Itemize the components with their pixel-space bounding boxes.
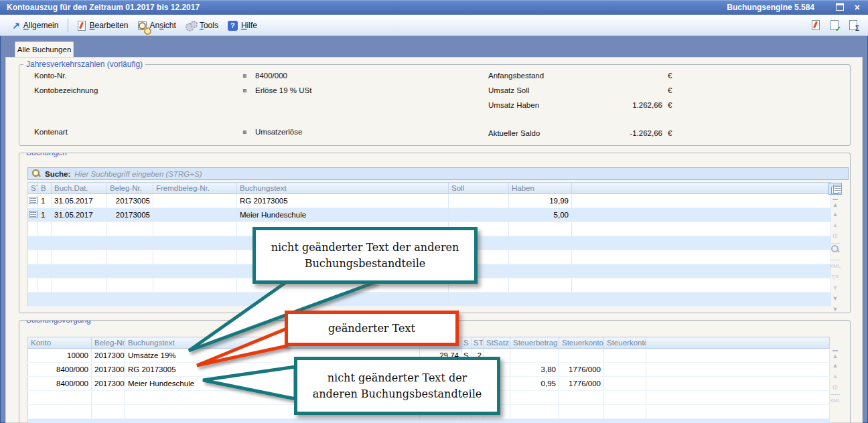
search-icon (32, 169, 41, 178)
field-label: Umsatz Soll (488, 86, 529, 94)
journal-check-icon[interactable] (830, 20, 839, 30)
document-magnifier-icon (138, 21, 147, 30)
divider (830, 394, 840, 395)
field-label: Umsatz Haben (488, 101, 539, 109)
field-label: Konto-Nr. (34, 72, 67, 80)
table-row (28, 292, 831, 307)
transaction-section-title: Buchungsvorgang (23, 320, 94, 325)
xml-icon[interactable]: XML (830, 396, 841, 407)
divider (830, 243, 840, 244)
scroll-page-down-icon[interactable]: ▼ (833, 294, 839, 305)
collapse-icon[interactable]: (|) (833, 231, 837, 242)
title-bar: Kontoauszug für den Zeitraum 01.2017 bis… (0, 0, 868, 15)
transaction-table-toolbar: ▲ ▲ ▲ (|) XML (827, 350, 843, 407)
scroll-first-icon[interactable]: ▲ (833, 350, 839, 361)
summary-section-title: Jahresverkehrszahlen (vorläufig) (23, 60, 145, 69)
scroll-page-up-icon[interactable]: ▲ (833, 361, 839, 371)
search-label: Suche: (45, 170, 70, 178)
tab-alle-buchungen[interactable]: Alle Buchungen (15, 41, 74, 57)
bullet-icon (243, 74, 246, 78)
bullet-icon (243, 89, 246, 92)
bookings-header-row: ST B Buch.Dat. Beleg-Nr. Fremdbeleg-Nr. … (28, 183, 831, 194)
bullet-icon (243, 131, 246, 134)
table-row (28, 419, 830, 423)
field-value: -1.262,66 (562, 129, 662, 137)
xml-icon[interactable]: XML (830, 262, 841, 272)
menu-ansicht[interactable]: Ansicht (138, 21, 176, 30)
filter-icon[interactable]: ▽≡ (832, 272, 839, 283)
menu-hilfe[interactable]: ? Hilfe (228, 21, 257, 31)
menu-allgemein[interactable]: ↗ Allgemein (12, 20, 58, 31)
bookings-table-toolbar: ▲ ▲ ▲ (|) XML ▽≡ ▼ ▼ ▼ (827, 183, 843, 313)
journal-sum-icon[interactable] (849, 20, 857, 30)
scroll-up-icon[interactable]: ▲ (833, 371, 839, 382)
currency-label: € (668, 129, 672, 137)
app-window: Kontoauszug für den Zeitraum 01.2017 bis… (0, 0, 868, 423)
field-value: 1.262,66 (562, 101, 662, 109)
scroll-down-icon[interactable]: ▼ (833, 283, 839, 294)
table-row[interactable]: 1 31.05.2017 20173005 RG 20173005 19,99 (28, 194, 831, 208)
field-label: Kontobezeichnung (34, 86, 98, 94)
journal-edit-icon[interactable] (812, 20, 820, 30)
summary-section: Jahresverkehrszahlen (vorläufig) Konto-N… (19, 64, 851, 146)
document-edit-icon (78, 21, 86, 31)
currency-label: € (668, 86, 672, 94)
callout-unchanged-text-1: nicht geänderter Text der anderen Buchun… (252, 227, 478, 284)
app-version: Buchungsengine 5.584 (727, 3, 814, 12)
search-placeholder: Hier Suchbegriff eingeben (STRG+S) (74, 170, 202, 178)
field-value: 8400/000 (255, 72, 287, 80)
scroll-up-icon[interactable]: ▲ (833, 220, 839, 231)
window-title: Kontoauszug für den Zeitraum 01.2017 bis… (7, 3, 200, 12)
field-label: Anfangsbestand (488, 72, 544, 80)
help-icon: ? (228, 21, 238, 31)
collapse-icon[interactable]: (|) (833, 382, 837, 393)
booking-detail-icon[interactable] (29, 197, 38, 204)
booking-detail-icon[interactable] (29, 211, 38, 218)
arrow-up-right-icon: ↗ (12, 20, 20, 31)
field-value: Erlöse 19 % USt (255, 86, 311, 94)
scroll-last-icon[interactable]: ▼ (833, 305, 839, 313)
field-label: Aktueller Saldo (488, 129, 540, 137)
zoom-icon[interactable] (831, 245, 840, 254)
field-label: Kontenart (34, 128, 68, 136)
field-value: Umsatzerlöse (255, 128, 302, 136)
bookings-section-title: Buchungen (23, 153, 70, 157)
divider (830, 260, 840, 260)
copy-icon[interactable] (828, 183, 842, 195)
currency-label: € (668, 101, 672, 109)
menu-tools[interactable]: Tools (186, 21, 218, 30)
search-input[interactable]: Suche: Hier Suchbegriff eingeben (STRG+S… (27, 167, 849, 180)
gears-icon (186, 21, 196, 30)
table-row[interactable]: 1 31.05.2017 20173005 Meier Hundeschule … (28, 208, 831, 222)
currency-label: € (668, 72, 672, 80)
menu-bearbeiten[interactable]: Bearbeiten (78, 21, 128, 31)
restore-icon[interactable] (836, 3, 844, 11)
menu-separator (68, 19, 68, 32)
menu-bar: ↗ Allgemein Bearbeiten Ansicht Tools ? H… (0, 15, 868, 36)
close-icon[interactable]: × (855, 3, 860, 12)
callout-unchanged-text-2: nicht geänderter Text der anderen Buchun… (294, 357, 500, 415)
scroll-first-icon[interactable]: ▲ (833, 199, 839, 209)
callout-changed-text: geänderter Text (285, 311, 459, 346)
scroll-page-up-icon[interactable]: ▲ (833, 209, 839, 220)
